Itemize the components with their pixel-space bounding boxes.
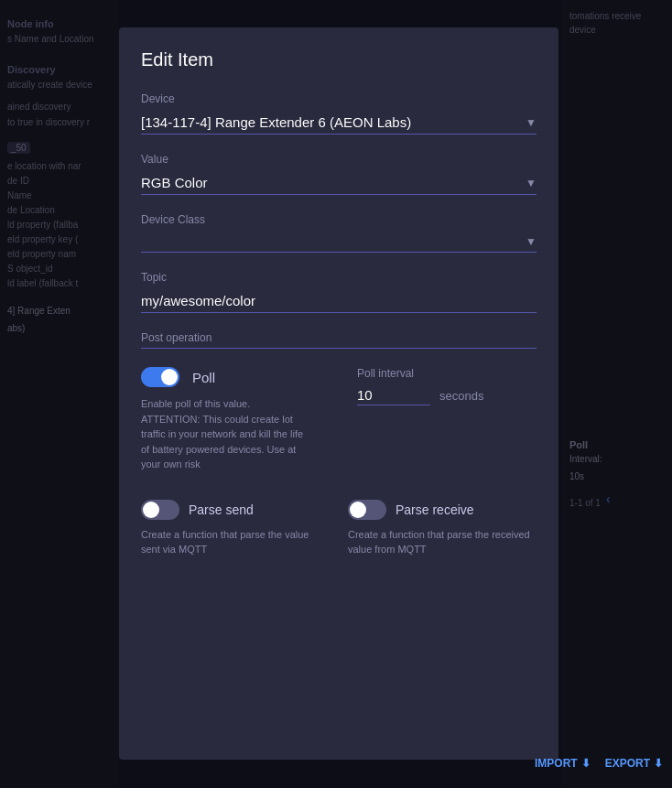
parse-receive-row: Parse receive: [348, 500, 537, 520]
device-dropdown-arrow-icon: ▼: [526, 116, 537, 129]
edit-item-modal: Edit Item Device [134-117-4] Range Exten…: [119, 27, 558, 760]
parse-send-toggle[interactable]: [141, 500, 179, 520]
parse-send-group: Parse send Create a function that parse …: [141, 500, 330, 557]
parse-receive-toggle-track[interactable]: [348, 500, 386, 520]
device-class-form-group: Device Class ▼: [141, 213, 537, 253]
modal-title: Edit Item: [141, 49, 537, 70]
parse-receive-toggle[interactable]: [348, 500, 386, 520]
device-label: Device: [141, 92, 537, 105]
value-dropdown-arrow-icon: ▼: [526, 177, 537, 189]
bottom-actions: IMPORT ⬇ EXPORT ⬇: [535, 757, 663, 770]
export-button[interactable]: EXPORT ⬇: [605, 757, 663, 770]
poll-interval-section: Poll interval seconds: [357, 367, 537, 405]
poll-interval-label: Poll interval: [357, 367, 537, 380]
poll-toggle-track[interactable]: [141, 367, 179, 387]
poll-row: Poll: [141, 367, 320, 387]
parse-grid: Parse send Create a function that parse …: [141, 500, 537, 557]
value-label: Value: [141, 153, 537, 166]
value-form-group: Value RGB Color ▼: [141, 153, 537, 195]
value-select-value: RGB Color: [141, 175, 526, 190]
value-select[interactable]: RGB Color ▼: [141, 171, 537, 195]
import-label: IMPORT: [535, 757, 578, 770]
device-select[interactable]: [134-117-4] Range Extender 6 (AEON Labs)…: [141, 111, 537, 135]
parse-receive-toggle-thumb: [350, 502, 366, 518]
parse-send-label: Parse send: [189, 502, 254, 517]
poll-section: Poll Enable poll of this value. ATTENTIO…: [141, 367, 320, 491]
parse-send-toggle-thumb: [143, 502, 159, 518]
export-icon: ⬇: [654, 757, 663, 770]
poll-toggle[interactable]: [141, 367, 179, 387]
parse-send-row: Parse send: [141, 500, 330, 520]
parse-send-description: Create a function that parse the value s…: [141, 527, 330, 557]
parse-receive-label: Parse receive: [396, 502, 474, 517]
topic-label: Topic: [141, 271, 537, 284]
seconds-label: seconds: [439, 389, 483, 403]
device-form-group: Device [134-117-4] Range Extender 6 (AEO…: [141, 92, 537, 135]
parse-send-toggle-track[interactable]: [141, 500, 179, 520]
export-label: EXPORT: [605, 757, 650, 770]
topic-form-group: Topic: [141, 271, 537, 313]
device-class-dropdown-arrow-icon: ▼: [526, 235, 537, 248]
poll-label: Poll: [192, 370, 215, 385]
parse-receive-description: Create a function that parse the receive…: [348, 527, 537, 557]
post-operation-form-group: Post operation: [141, 331, 537, 349]
parse-receive-group: Parse receive Create a function that par…: [348, 500, 537, 557]
device-class-label: Device Class: [141, 213, 537, 226]
post-operation-label: Post operation: [141, 331, 537, 344]
post-operation-underline: [141, 348, 537, 349]
device-class-select[interactable]: ▼: [141, 232, 537, 253]
import-button[interactable]: IMPORT ⬇: [535, 757, 591, 770]
import-icon: ⬇: [581, 757, 591, 770]
topic-input[interactable]: [141, 289, 537, 313]
poll-toggle-thumb: [161, 369, 178, 385]
poll-interval-input[interactable]: [357, 385, 430, 405]
poll-description: Enable poll of this value. ATTENTION: Th…: [141, 396, 320, 472]
device-select-value: [134-117-4] Range Extender 6 (AEON Labs): [141, 114, 526, 130]
